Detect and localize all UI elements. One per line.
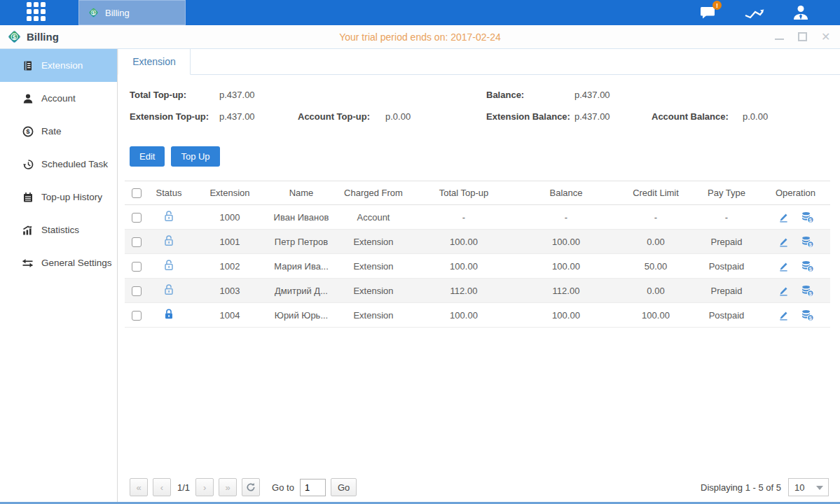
page-size-select[interactable]: 10 xyxy=(788,478,829,496)
topup-row-icon[interactable]: $ xyxy=(801,211,814,223)
sidebar-item-statistics[interactable]: Statistics xyxy=(0,214,117,246)
user-account-icon[interactable] xyxy=(790,4,812,22)
topup-row-icon[interactable]: $ xyxy=(801,285,814,297)
sidebar-item-account[interactable]: Account xyxy=(0,82,117,115)
lock-unlocked-icon[interactable] xyxy=(163,234,174,246)
lock-unlocked-icon[interactable] xyxy=(163,210,174,222)
col-charged-from: Charged From xyxy=(332,181,415,205)
cell-balance: 112.00 xyxy=(513,279,619,303)
svg-text:$: $ xyxy=(26,127,30,135)
svg-text:$: $ xyxy=(92,10,95,16)
sidebar-item-extension[interactable]: Extension xyxy=(0,49,117,82)
sidebar-item-scheduled-task[interactable]: Scheduled Task xyxy=(0,148,117,181)
col-balance: Balance xyxy=(513,181,619,205)
sidebar-item-label: Account xyxy=(41,93,76,104)
row-checkbox[interactable] xyxy=(132,237,142,247)
sidebar-item-label: Scheduled Task xyxy=(41,159,108,169)
topbar: $ Billing ! xyxy=(0,0,840,25)
cell-balance: 100.00 xyxy=(513,230,619,254)
cell-credit-limit: 100.00 xyxy=(619,303,692,328)
account-balance-label: Account Balance: xyxy=(652,111,729,122)
content-panel: Extension Total Top-up: p.437.00 Balance… xyxy=(118,49,840,502)
sidebar-item-rate[interactable]: $ Rate xyxy=(0,115,117,148)
row-checkbox[interactable] xyxy=(132,311,142,321)
stats-icon xyxy=(22,225,34,236)
refresh-icon[interactable] xyxy=(242,478,260,496)
maximize-button[interactable] xyxy=(798,32,807,41)
next-page-button[interactable]: › xyxy=(195,478,214,496)
cell-charged-from: Extension xyxy=(332,303,415,328)
balance-value: p.437.00 xyxy=(574,90,610,100)
edit-button[interactable]: Edit xyxy=(130,146,165,167)
topup-row-icon[interactable]: $ xyxy=(801,260,814,272)
cell-credit-limit: 0.00 xyxy=(619,230,692,254)
cell-name: Юрий Юрь... xyxy=(270,303,332,328)
cell-extension: 1000 xyxy=(189,205,270,230)
goto-page-input[interactable] xyxy=(300,479,326,496)
edit-row-icon[interactable] xyxy=(778,309,790,321)
balance-label: Balance: xyxy=(486,90,524,100)
sidebar-item-label: Top-up History xyxy=(41,192,102,202)
row-checkbox[interactable] xyxy=(132,286,142,296)
select-all-checkbox[interactable] xyxy=(132,188,142,198)
edit-row-icon[interactable] xyxy=(778,285,790,297)
goto-label: Go to xyxy=(272,482,294,493)
col-name: Name xyxy=(270,181,332,205)
app-grid-icon[interactable] xyxy=(27,2,48,23)
lock-unlocked-icon[interactable] xyxy=(163,284,174,295)
cell-pay-type: Prepaid xyxy=(692,279,761,303)
reports-chart-icon[interactable] xyxy=(743,4,766,22)
topup-row-icon[interactable]: $ xyxy=(801,309,814,321)
sidebar: Extension Account $ Rate xyxy=(0,49,118,502)
tab-strip: Extension xyxy=(118,49,840,75)
taskbar-item-billing[interactable]: $ Billing xyxy=(78,0,186,25)
history-clock-icon xyxy=(22,159,34,170)
lock-unlocked-icon[interactable] xyxy=(163,259,174,271)
cell-name: Мария Ива... xyxy=(270,254,332,279)
cell-extension: 1004 xyxy=(189,303,270,328)
cell-total-topup: 100.00 xyxy=(415,254,513,279)
cell-charged-from: Extension xyxy=(332,279,415,303)
topup-button[interactable]: Top Up xyxy=(171,146,219,167)
messages-icon[interactable]: ! xyxy=(697,4,719,22)
cell-charged-from: Extension xyxy=(332,230,415,254)
tab-label: Extension xyxy=(132,56,175,67)
edit-row-icon[interactable] xyxy=(778,260,790,272)
sidebar-item-label: Rate xyxy=(41,126,62,136)
account-topup-label: Account Top-up: xyxy=(298,111,370,122)
table-row: 1003Дмитрий Д...Extension112.00112.000.0… xyxy=(125,279,830,303)
cell-total-topup: 100.00 xyxy=(415,230,513,254)
pagination-bar: « ‹ 1/1 › » Go to Go Displaying 1 - 5 of… xyxy=(130,477,829,497)
extension-balance-label: Extension Balance: xyxy=(486,111,570,122)
table-row: 1001Петр ПетровExtension100.00100.000.00… xyxy=(125,230,830,254)
topup-row-icon[interactable]: $ xyxy=(801,236,814,248)
prev-page-button[interactable]: ‹ xyxy=(153,478,171,496)
cell-charged-from: Account xyxy=(332,205,415,230)
edit-row-icon[interactable] xyxy=(778,236,790,248)
go-button[interactable]: Go xyxy=(331,478,357,496)
sidebar-item-topup-history[interactable]: Top-up History xyxy=(0,181,117,214)
dollar-circle-icon: $ xyxy=(22,126,34,137)
table-header-row: Status Extension Name Charged From Total… xyxy=(125,181,830,205)
cell-credit-limit: 0.00 xyxy=(619,279,692,303)
first-page-button[interactable]: « xyxy=(130,478,148,496)
cell-extension: 1002 xyxy=(189,254,270,279)
last-page-button[interactable]: » xyxy=(219,478,237,496)
col-credit-limit: Credit Limit xyxy=(619,181,692,205)
row-checkbox[interactable] xyxy=(132,213,142,223)
sidebar-item-label: Statistics xyxy=(41,225,79,235)
minimize-button[interactable] xyxy=(775,34,784,40)
tab-extension[interactable]: Extension xyxy=(118,49,191,75)
col-extension: Extension xyxy=(189,181,270,205)
lock-locked-icon[interactable] xyxy=(163,308,174,320)
total-topup-value: p.437.00 xyxy=(219,90,255,100)
row-checkbox[interactable] xyxy=(132,262,142,272)
cell-pay-type: Prepaid xyxy=(692,230,761,254)
chevron-down-icon xyxy=(816,486,823,490)
edit-row-icon[interactable] xyxy=(778,211,790,223)
cell-pay-type: - xyxy=(692,205,761,230)
col-operation: Operation xyxy=(761,181,830,205)
page-size-value: 10 xyxy=(794,482,804,493)
sidebar-item-general-settings[interactable]: General Settings xyxy=(0,246,117,279)
close-button[interactable]: ✕ xyxy=(821,32,830,41)
